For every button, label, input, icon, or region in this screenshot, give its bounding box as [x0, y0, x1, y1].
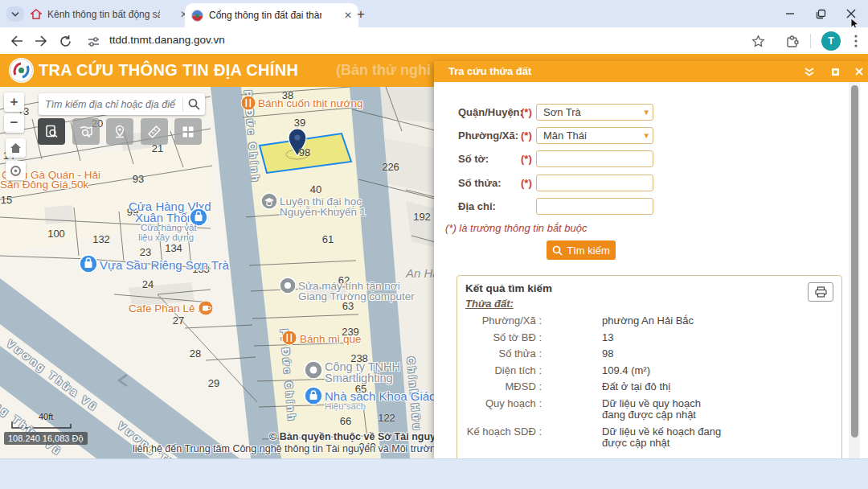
restore-icon [816, 9, 826, 19]
result-row: Phường/Xã :phường An Hải Bắc [465, 315, 833, 327]
parcel-number-label: 100 [47, 228, 65, 240]
tab-land-portal[interactable]: Cổng thông tin đất đai thành p ✕ [185, 3, 358, 27]
search-icon [188, 98, 200, 110]
location-pin-icon [113, 125, 127, 139]
parcel-number-input[interactable] [536, 175, 653, 191]
locate-me-button[interactable] [6, 161, 26, 180]
poi-cafe-phan-le[interactable]: Cafe Phan Lê 2 [129, 302, 204, 314]
district-value: Sơn Trà [543, 106, 581, 118]
company-pin-icon [304, 360, 323, 380]
district-select[interactable]: Sơn Trà ▾ [536, 104, 653, 121]
tab-close-icon[interactable]: ✕ [344, 10, 352, 20]
parcel-number-label: 98 [299, 146, 310, 158]
panel-title: Tra cứu thửa đất [448, 65, 531, 77]
panel-scrollbar-thumb[interactable] [851, 85, 858, 438]
poi-banh-cuon[interactable]: Bánh cuốn thịt nướng [258, 97, 362, 109]
panel-close-button[interactable] [852, 65, 866, 78]
layers-tool-button[interactable] [174, 118, 202, 145]
zoom-out-button[interactable]: − [4, 113, 24, 133]
profile-avatar[interactable]: T [821, 31, 841, 51]
parcel-number-label: 23 [140, 246, 151, 258]
browser-menu-button[interactable] [845, 31, 866, 51]
tab-search-button[interactable] [6, 6, 24, 22]
parcel-number-label: 192 [413, 211, 431, 223]
tab-label: Cổng thông tin đất đai thành p [209, 10, 321, 21]
map-search-button[interactable] [183, 98, 205, 110]
school-icon [260, 192, 278, 210]
store-pin-icon [279, 277, 297, 294]
extensions-button[interactable] [782, 31, 803, 51]
ward-value: Mân Thái [543, 129, 587, 142]
bookmark-button[interactable] [747, 31, 768, 51]
parcel-number-label: 15 [1, 194, 12, 206]
target-circle-icon [10, 165, 22, 177]
window-restore-button[interactable] [807, 3, 834, 24]
maximize-icon [831, 68, 840, 76]
parcel-number-label: 39 [294, 117, 305, 129]
zoom-in-button[interactable]: + [4, 92, 24, 112]
map-search-input[interactable] [39, 99, 182, 110]
result-row: Số tờ BĐ :13 [465, 332, 833, 344]
map-copyright-line1: © Bản quyền thuộc về Sở Tài nguyên [269, 431, 438, 442]
tab-real-estate[interactable]: Kênh thông tin bất động sản - ✕ [26, 3, 193, 26]
reload-button[interactable] [55, 31, 76, 51]
panel-maximize-button[interactable] [828, 65, 842, 78]
poi-vlxd-sub1: Cửa hàng vật [141, 223, 197, 232]
parcel-number-label: 28 [190, 347, 201, 360]
results-title: Kết quả tìm kiếm [465, 282, 833, 294]
district-label: Quận/Huyện: [458, 106, 523, 118]
map-search-tool-button[interactable] [72, 118, 100, 145]
printer-icon [815, 286, 827, 298]
map-search-box[interactable] [39, 93, 205, 115]
address-label: Địa chỉ: [458, 200, 496, 212]
parcel-section-heading: Thửa đất: [465, 298, 833, 310]
sheet-number-input[interactable] [536, 150, 653, 167]
poi-chau-ga-line2: Sản Đông Giá 50k [0, 179, 88, 191]
page-subtitle: (Bản thử nghi [336, 62, 431, 79]
required-marker: (*) [521, 153, 532, 165]
search-button[interactable]: Tìm kiếm [547, 240, 616, 260]
print-button[interactable] [808, 282, 833, 302]
new-tab-button[interactable]: + [352, 6, 370, 23]
locate-tool-button[interactable] [106, 118, 133, 145]
chevron-down-icon [11, 11, 19, 17]
screen: Kênh thông tin bất động sản - ✕ Cổng thô… [0, 0, 868, 489]
parcel-number-label: 29 [208, 377, 219, 389]
poi-nha-sach-sub: Hiệu sách [325, 401, 366, 411]
map-canvas[interactable]: 1320211493159910013223134133242728293839… [0, 87, 438, 458]
parcel-search-tool-button[interactable] [38, 118, 65, 145]
poi-vlxd-sub2: liệu xây dựng [138, 232, 194, 242]
grid-icon [181, 125, 195, 139]
three-dots-icon [854, 35, 858, 47]
restaurant-icon [282, 331, 297, 346]
coordinates-readout: 108.240 16,083 Độ [4, 432, 88, 445]
poi-vua-sau-rieng[interactable]: Vựa Sầu Riêng Sơn Trà [100, 258, 229, 272]
poi-banh-mi-que[interactable]: Bánh mì que [300, 333, 362, 345]
result-row: Kế hoạch SDĐ :Dữ liệu về kế hoạch đangđư… [465, 426, 833, 450]
required-marker: (*) [521, 177, 532, 189]
lookup-panel: Tra cứu thửa đất Quận/Huyện: (*) Sơn Trà… [434, 61, 868, 458]
parcel-number-label: 61 [322, 233, 334, 245]
measure-tool-button[interactable] [141, 118, 168, 145]
ward-select[interactable]: Mân Thái ▾ [536, 127, 653, 144]
book-store-icon [304, 386, 323, 405]
forward-icon [34, 35, 48, 47]
forward-button[interactable] [31, 31, 51, 51]
parcel-number-label: 93 [133, 173, 144, 185]
site-info-button[interactable] [83, 31, 104, 51]
panel-header[interactable]: Tra cứu thửa đất [434, 61, 868, 82]
window-minimize-button[interactable] [776, 3, 804, 24]
url-address[interactable]: ttdd.tnmt.danang.gov.vn [109, 34, 225, 46]
address-input[interactable] [536, 198, 653, 215]
parcel-number-label: 40 [310, 183, 321, 195]
back-button[interactable] [6, 31, 27, 51]
ward-label: Phường/Xã: [458, 129, 518, 142]
map-copyright-line2: liên hệ đến Trung tâm Công nghệ thông ti… [133, 443, 438, 454]
panel-collapse-button[interactable] [802, 65, 817, 78]
chevron-double-down-icon [805, 68, 814, 76]
parcel-number-label: 132 [92, 233, 110, 245]
tab-label: Kênh thông tin bất động sản - [47, 9, 160, 20]
site-settings-icon [87, 35, 100, 47]
home-button[interactable] [6, 138, 26, 158]
required-marker: (*) [521, 106, 532, 118]
